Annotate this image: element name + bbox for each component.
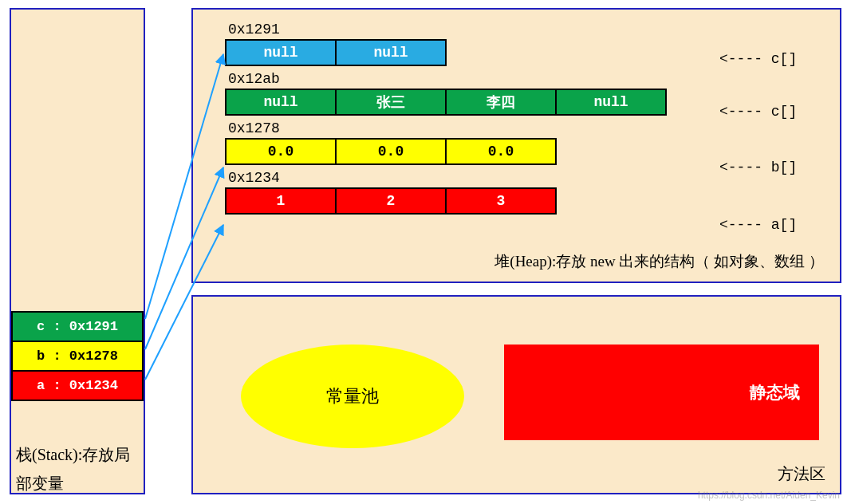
stack-vars: c : 0x1291 b : 0x1278 a : 0x1234 [11,313,144,401]
heap-cell: 0.0 [335,138,447,165]
heap-array-3-addr: 0x1234 [228,170,665,186]
heap-cell: null [335,39,447,66]
heap-cell: 李四 [445,89,557,116]
heap-cell: null [555,89,667,116]
stack-var-b: b : 0x1278 [11,341,144,372]
heap-array-0-addr: 0x1291 [228,22,665,37]
stack-var-c-label: c : 0x1291 [37,319,118,334]
heap-arrays: 0x1291 null null 0x12ab null 张三 李四 null … [225,22,665,219]
static-area: 静态域 [504,345,819,440]
heap-cell: 1 [225,187,337,215]
heap-cell: 2 [335,187,447,215]
stack-var-a-label: a : 0x1234 [37,378,118,393]
heap-array-2-addr: 0x1278 [228,120,665,136]
heap-pointer-label-1: <---- c[] [719,104,797,120]
heap-array-0: 0x1291 null null [225,22,665,66]
heap-array-2: 0x1278 0.0 0.0 0.0 [225,120,665,165]
heap-caption: 堆(Heap):存放 new 出来的结构（ 如对象、数组 ） [494,251,824,272]
heap-array-1-addr: 0x12ab [228,71,665,87]
stack-var-b-label: b : 0x1278 [37,348,118,364]
heap-cell: null [225,39,337,66]
stack-caption: 栈(Stack):存放局部变量 [16,440,139,498]
heap-pointer-label-3: <---- a[] [719,217,797,233]
heap-pointer-label-0: <---- c[] [719,51,797,67]
heap-cell: 张三 [335,89,447,116]
heap-cell: 0.0 [445,138,557,165]
heap-cell: null [225,89,337,116]
heap-cell: 0.0 [225,138,337,165]
method-area-caption: 方法区 [778,463,825,485]
stack-var-c: c : 0x1291 [11,311,144,342]
heap-panel: 0x1291 null null 0x12ab null 张三 李四 null … [191,8,841,283]
watermark: https://blog.csdn.net/Aiden_Kevin [698,490,840,501]
heap-array-1: 0x12ab null 张三 李四 null [225,71,665,116]
stack-panel: c : 0x1291 b : 0x1278 a : 0x1234 栈(Stack… [10,8,145,494]
heap-pointer-label-2: <---- b[] [719,159,797,175]
constant-pool: 常量池 [241,345,464,448]
heap-array-3: 0x1234 1 2 3 [225,170,665,215]
method-area-panel: 常量池 静态域 方法区 [191,295,841,494]
stack-var-a: a : 0x1234 [11,370,144,401]
heap-cell: 3 [445,187,557,215]
